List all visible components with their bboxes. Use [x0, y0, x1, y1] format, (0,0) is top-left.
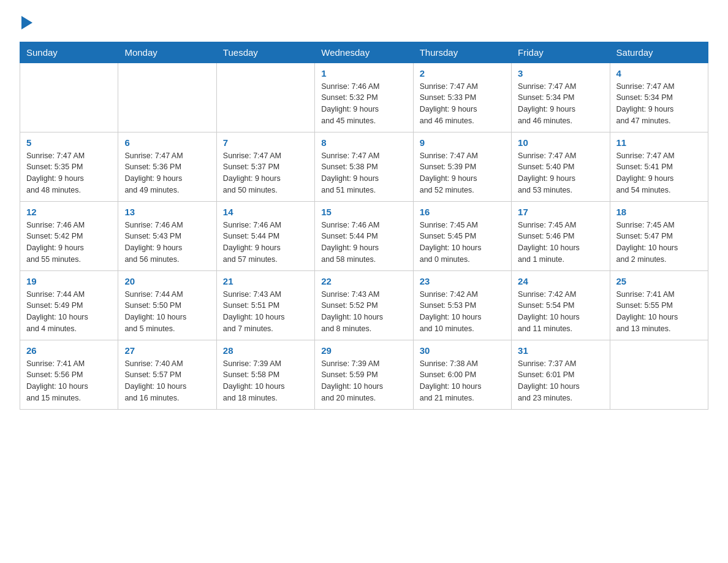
day-number: 18 [616, 207, 702, 217]
day-info: Sunrise: 7:43 AM Sunset: 5:51 PM Dayligh… [223, 289, 308, 335]
day-number: 11 [616, 137, 702, 148]
weekday-header: Thursday [413, 42, 511, 63]
day-number: 9 [420, 137, 505, 148]
day-info: Sunrise: 7:47 AM Sunset: 5:34 PM Dayligh… [518, 81, 603, 127]
weekday-header: Tuesday [216, 42, 314, 63]
day-info: Sunrise: 7:46 AM Sunset: 5:44 PM Dayligh… [321, 220, 406, 266]
calendar-week-row: 12Sunrise: 7:46 AM Sunset: 5:42 PM Dayli… [20, 201, 708, 270]
calendar-day-cell: 10Sunrise: 7:47 AM Sunset: 5:40 PM Dayli… [512, 132, 610, 201]
day-info: Sunrise: 7:46 AM Sunset: 5:42 PM Dayligh… [26, 220, 112, 266]
calendar-day-cell: 18Sunrise: 7:45 AM Sunset: 5:47 PM Dayli… [610, 201, 708, 270]
day-number: 22 [321, 276, 406, 286]
day-info: Sunrise: 7:47 AM Sunset: 5:35 PM Dayligh… [26, 150, 112, 196]
day-info: Sunrise: 7:47 AM Sunset: 5:39 PM Dayligh… [420, 150, 505, 196]
day-number: 4 [616, 68, 702, 79]
day-number: 15 [321, 207, 406, 217]
weekday-header: Sunday [20, 42, 118, 63]
page-header [20, 15, 708, 32]
day-info: Sunrise: 7:47 AM Sunset: 5:38 PM Dayligh… [321, 150, 406, 196]
day-info: Sunrise: 7:44 AM Sunset: 5:50 PM Dayligh… [124, 289, 210, 335]
day-info: Sunrise: 7:44 AM Sunset: 5:49 PM Dayligh… [26, 289, 112, 335]
day-number: 12 [26, 207, 112, 217]
day-info: Sunrise: 7:47 AM Sunset: 5:41 PM Dayligh… [616, 150, 702, 196]
calendar-day-cell: 3Sunrise: 7:47 AM Sunset: 5:34 PM Daylig… [512, 63, 610, 132]
day-info: Sunrise: 7:45 AM Sunset: 5:45 PM Dayligh… [420, 220, 505, 266]
calendar-week-row: 5Sunrise: 7:47 AM Sunset: 5:35 PM Daylig… [20, 132, 708, 201]
day-number: 25 [616, 276, 702, 286]
calendar-week-row: 1Sunrise: 7:46 AM Sunset: 5:32 PM Daylig… [20, 63, 708, 132]
calendar-day-cell: 20Sunrise: 7:44 AM Sunset: 5:50 PM Dayli… [118, 270, 216, 340]
calendar-day-cell: 24Sunrise: 7:42 AM Sunset: 5:54 PM Dayli… [512, 270, 610, 340]
svg-marker-0 [21, 16, 32, 29]
calendar-day-cell: 29Sunrise: 7:39 AM Sunset: 5:59 PM Dayli… [315, 340, 413, 409]
calendar-day-cell [216, 63, 314, 132]
day-number: 14 [223, 207, 308, 217]
day-number: 5 [26, 137, 112, 148]
day-info: Sunrise: 7:47 AM Sunset: 5:37 PM Dayligh… [223, 150, 308, 196]
calendar-day-cell: 6Sunrise: 7:47 AM Sunset: 5:36 PM Daylig… [118, 132, 216, 201]
calendar-day-cell: 22Sunrise: 7:43 AM Sunset: 5:52 PM Dayli… [315, 270, 413, 340]
calendar-day-cell: 14Sunrise: 7:46 AM Sunset: 5:44 PM Dayli… [216, 201, 314, 270]
day-info: Sunrise: 7:46 AM Sunset: 5:43 PM Dayligh… [124, 220, 210, 266]
day-info: Sunrise: 7:46 AM Sunset: 5:32 PM Dayligh… [321, 81, 406, 127]
day-number: 13 [124, 207, 210, 217]
calendar-day-cell: 17Sunrise: 7:45 AM Sunset: 5:46 PM Dayli… [512, 201, 610, 270]
calendar-day-cell: 26Sunrise: 7:41 AM Sunset: 5:56 PM Dayli… [20, 340, 118, 409]
calendar-day-cell: 28Sunrise: 7:39 AM Sunset: 5:58 PM Dayli… [216, 340, 314, 409]
day-info: Sunrise: 7:42 AM Sunset: 5:53 PM Dayligh… [420, 289, 505, 335]
day-info: Sunrise: 7:41 AM Sunset: 5:55 PM Dayligh… [616, 289, 702, 335]
calendar-day-cell [610, 340, 708, 409]
day-number: 20 [124, 276, 210, 286]
day-info: Sunrise: 7:40 AM Sunset: 5:57 PM Dayligh… [124, 358, 210, 404]
weekday-header: Saturday [610, 42, 708, 63]
weekday-header: Friday [512, 42, 610, 63]
day-info: Sunrise: 7:45 AM Sunset: 5:46 PM Dayligh… [518, 220, 603, 266]
calendar-day-cell: 13Sunrise: 7:46 AM Sunset: 5:43 PM Dayli… [118, 201, 216, 270]
day-number: 2 [420, 68, 505, 79]
calendar-day-cell: 27Sunrise: 7:40 AM Sunset: 5:57 PM Dayli… [118, 340, 216, 409]
day-info: Sunrise: 7:45 AM Sunset: 5:47 PM Dayligh… [616, 220, 702, 266]
day-number: 28 [223, 345, 308, 356]
logo-triangle-icon [21, 16, 32, 29]
day-number: 29 [321, 345, 406, 356]
calendar-day-cell [20, 63, 118, 132]
day-number: 24 [518, 276, 603, 286]
calendar-day-cell: 23Sunrise: 7:42 AM Sunset: 5:53 PM Dayli… [413, 270, 511, 340]
day-number: 27 [124, 345, 210, 356]
logo [20, 15, 32, 32]
day-info: Sunrise: 7:37 AM Sunset: 6:01 PM Dayligh… [518, 358, 603, 404]
day-info: Sunrise: 7:47 AM Sunset: 5:33 PM Dayligh… [420, 81, 505, 127]
calendar-day-cell [118, 63, 216, 132]
day-info: Sunrise: 7:47 AM Sunset: 5:40 PM Dayligh… [518, 150, 603, 196]
calendar-week-row: 19Sunrise: 7:44 AM Sunset: 5:49 PM Dayli… [20, 270, 708, 340]
day-number: 19 [26, 276, 112, 286]
day-number: 23 [420, 276, 505, 286]
day-number: 17 [518, 207, 603, 217]
calendar-table: SundayMondayTuesdayWednesdayThursdayFrid… [20, 42, 708, 410]
calendar-day-cell: 2Sunrise: 7:47 AM Sunset: 5:33 PM Daylig… [413, 63, 511, 132]
day-number: 21 [223, 276, 308, 286]
calendar-day-cell: 7Sunrise: 7:47 AM Sunset: 5:37 PM Daylig… [216, 132, 314, 201]
day-info: Sunrise: 7:39 AM Sunset: 5:59 PM Dayligh… [321, 358, 406, 404]
day-info: Sunrise: 7:43 AM Sunset: 5:52 PM Dayligh… [321, 289, 406, 335]
calendar-day-cell: 25Sunrise: 7:41 AM Sunset: 5:55 PM Dayli… [610, 270, 708, 340]
day-info: Sunrise: 7:47 AM Sunset: 5:36 PM Dayligh… [124, 150, 210, 196]
day-info: Sunrise: 7:41 AM Sunset: 5:56 PM Dayligh… [26, 358, 112, 404]
calendar-day-cell: 1Sunrise: 7:46 AM Sunset: 5:32 PM Daylig… [315, 63, 413, 132]
calendar-day-cell: 19Sunrise: 7:44 AM Sunset: 5:49 PM Dayli… [20, 270, 118, 340]
day-info: Sunrise: 7:39 AM Sunset: 5:58 PM Dayligh… [223, 358, 308, 404]
calendar-day-cell: 9Sunrise: 7:47 AM Sunset: 5:39 PM Daylig… [413, 132, 511, 201]
day-number: 30 [420, 345, 505, 356]
calendar-day-cell: 5Sunrise: 7:47 AM Sunset: 5:35 PM Daylig… [20, 132, 118, 201]
weekday-header: Wednesday [315, 42, 413, 63]
calendar-day-cell: 31Sunrise: 7:37 AM Sunset: 6:01 PM Dayli… [512, 340, 610, 409]
calendar-day-cell: 16Sunrise: 7:45 AM Sunset: 5:45 PM Dayli… [413, 201, 511, 270]
day-number: 26 [26, 345, 112, 356]
calendar-day-cell: 15Sunrise: 7:46 AM Sunset: 5:44 PM Dayli… [315, 201, 413, 270]
day-number: 3 [518, 68, 603, 79]
day-number: 7 [223, 137, 308, 148]
day-number: 6 [124, 137, 210, 148]
calendar-day-cell: 12Sunrise: 7:46 AM Sunset: 5:42 PM Dayli… [20, 201, 118, 270]
day-info: Sunrise: 7:42 AM Sunset: 5:54 PM Dayligh… [518, 289, 603, 335]
day-number: 31 [518, 345, 603, 356]
